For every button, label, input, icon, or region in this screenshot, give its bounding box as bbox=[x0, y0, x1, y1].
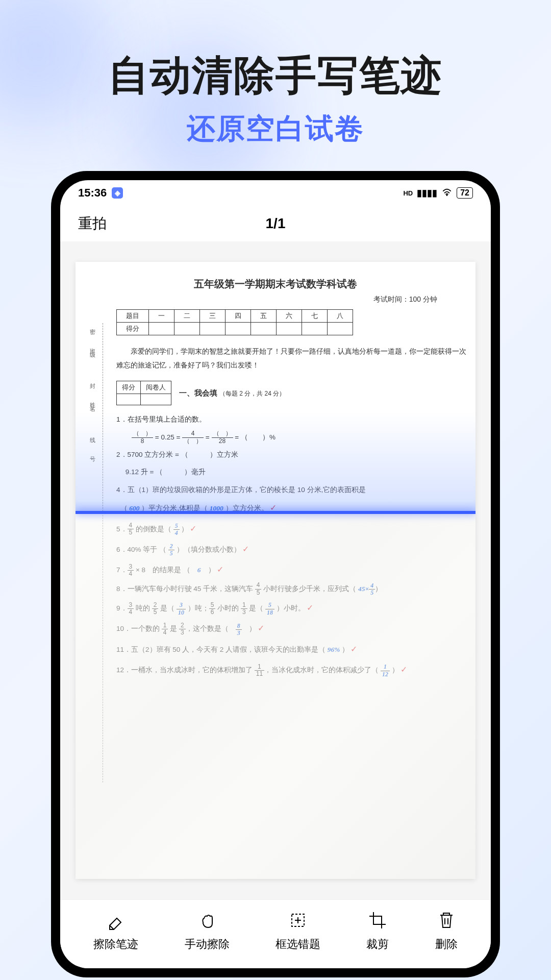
erase-traces-button[interactable]: 擦除笔迹 bbox=[93, 909, 138, 952]
q6: 6．40% 等于 （ 25 ）（填分数或小数）✓ bbox=[116, 540, 468, 559]
q12: 12．一桶水，当水成冰时，它的体积增加了 111，当冰化成水时，它的体积减少了（… bbox=[116, 660, 468, 679]
crop-icon bbox=[366, 909, 389, 932]
bottom-toolbar: 擦除笔迹 手动擦除 框选错题 裁剪 bbox=[60, 899, 491, 968]
score-table: 题目一二三四五六七八 得分 bbox=[116, 309, 353, 335]
eraser-icon bbox=[105, 909, 127, 932]
phone-screen: 15:36 ◈ HD ▮▮▮▮ 72 重拍 1/1 密 班级 bbox=[60, 180, 491, 968]
wifi-icon bbox=[441, 187, 453, 199]
q2a: 2．5700 立方分米 = （ ）立方米 bbox=[116, 447, 468, 463]
page-counter: 1/1 bbox=[266, 215, 286, 232]
q2b: 9.12 升 = （ ）毫升 bbox=[116, 464, 468, 480]
crop-button[interactable]: 裁剪 bbox=[366, 909, 389, 952]
select-box-icon bbox=[287, 909, 309, 932]
hero-section: 自动清除手写笔迹 还原空白试卷 bbox=[0, 0, 551, 149]
select-wrong-button[interactable]: 框选错题 bbox=[276, 909, 320, 952]
delete-button[interactable]: 删除 bbox=[435, 909, 458, 952]
hero-subtitle: 还原空白试卷 bbox=[0, 110, 551, 149]
phone-frame: 15:36 ◈ HD ▮▮▮▮ 72 重拍 1/1 密 班级 bbox=[51, 171, 500, 977]
app-header: 重拍 1/1 bbox=[60, 206, 491, 241]
trash-icon bbox=[435, 909, 458, 932]
status-bar: 15:36 ◈ HD ▮▮▮▮ 72 bbox=[60, 180, 491, 206]
exam-intro: 亲爱的同学们，学期末的智慧之旅就要开始了！只要你一路仔细，认真地分析每一道题，你… bbox=[116, 345, 468, 372]
q4: 4．五（1）班的垃圾回收箱的外形是正方体，它的棱长是 10 分米,它的表面积是 … bbox=[116, 482, 468, 518]
manual-erase-button[interactable]: 手动擦除 bbox=[185, 909, 230, 952]
q9: 9．34 吨的 25 是（ 310 ）吨；56 小时的 13 是（ 518 ）小… bbox=[116, 598, 468, 618]
exam-time: 考试时间：100 分钟 bbox=[83, 295, 468, 304]
hero-title: 自动清除手写笔迹 bbox=[0, 48, 551, 104]
status-time: 15:36 bbox=[78, 186, 107, 200]
q1: 1．在括号里填上合适的数。 bbox=[116, 411, 468, 428]
q7: 7．34 × 8 的结果是 （ 6 ）✓ bbox=[116, 560, 468, 579]
q10: 10．一个数的 14 是 23，这个数是（ 83 ）✓ bbox=[116, 619, 468, 638]
battery-indicator: 72 bbox=[457, 187, 473, 199]
section-1-header: 得分阅卷人 一、我会填 （每题 2 分，共 24 分） bbox=[116, 381, 468, 405]
retake-button[interactable]: 重拍 bbox=[78, 214, 107, 233]
q5: 5．45 的倒数是（ 54 ）✓ bbox=[116, 519, 468, 538]
status-app-icon: ◈ bbox=[112, 187, 123, 199]
svg-point-0 bbox=[446, 194, 448, 195]
question-list: 1．在括号里填上合适的数。 （ ）8 = 0.25 = 4（ ） = （ ）28… bbox=[116, 411, 468, 679]
content-area[interactable]: 密 班级 封 姓名 线 号 五年级第一学期期末考试数学科试卷 考试时间：100 … bbox=[60, 241, 491, 899]
binding-margin: 密 班级 封 姓名 线 号 bbox=[80, 323, 105, 463]
hd-indicator: HD bbox=[403, 189, 413, 197]
exam-paper: 密 班级 封 姓名 线 号 五年级第一学期期末考试数学科试卷 考试时间：100 … bbox=[76, 262, 475, 879]
hand-erase-icon bbox=[196, 909, 218, 932]
q11: 11．五（2）班有 50 人，今天有 2 人请假，该班今天的出勤率是（ 96% … bbox=[116, 640, 468, 659]
q8: 8．一辆汽车每小时行驶 45 千米，这辆汽车 45 小时行驶多少千米，应列式（ … bbox=[116, 581, 468, 597]
signal-icon: ▮▮▮▮ bbox=[417, 187, 437, 199]
exam-title: 五年级第一学期期末考试数学科试卷 bbox=[83, 277, 468, 291]
